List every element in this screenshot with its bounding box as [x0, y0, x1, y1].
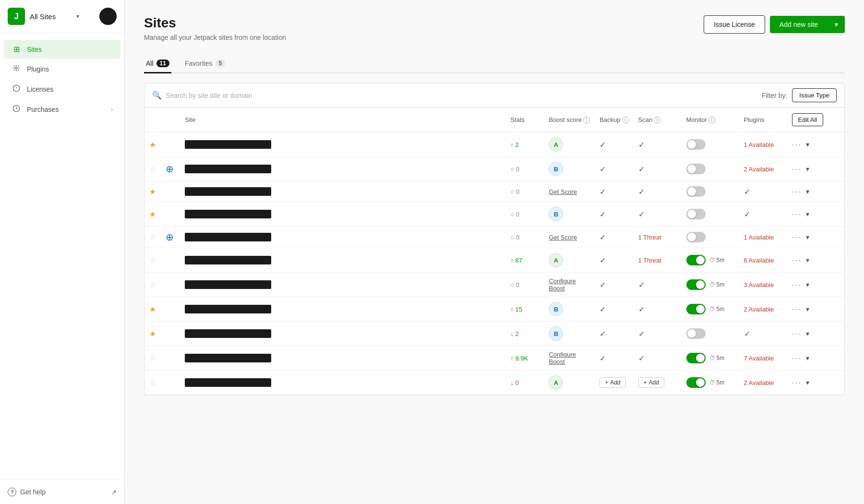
scan-threat-link[interactable]: 1 Threat [638, 234, 661, 241]
plugins-available-link[interactable]: 2 Available [744, 306, 774, 313]
row-menu-button[interactable]: ··· [792, 280, 802, 290]
monitor-toggle[interactable] [686, 139, 706, 150]
row-menu-button[interactable]: ··· [792, 255, 802, 265]
row-menu-button[interactable]: ··· [792, 140, 802, 150]
edit-all-button[interactable]: Edit All [792, 113, 824, 126]
site-name-bar[interactable] [185, 378, 271, 387]
row-menu-button[interactable]: ··· [792, 232, 802, 242]
row-9-backup-cell: ✓ [595, 346, 633, 371]
star-icon[interactable]: ☆ [149, 379, 156, 387]
star-icon[interactable]: ☆ [149, 233, 156, 241]
star-icon[interactable]: ★ [149, 210, 156, 218]
plugins-available-link[interactable]: 2 Available [744, 379, 774, 386]
scan-check-icon: ✓ [638, 354, 645, 362]
row-expand-button[interactable]: ▾ [806, 256, 809, 264]
backup-info-icon[interactable]: i [622, 117, 629, 123]
plugins-available-link[interactable]: 2 Available [744, 166, 774, 173]
boost-info-icon[interactable]: i [583, 117, 590, 123]
site-name-bar[interactable] [185, 354, 271, 362]
star-icon[interactable]: ★ [149, 188, 156, 196]
star-icon[interactable]: ★ [149, 141, 156, 149]
monitor-toggle[interactable] [686, 328, 706, 339]
tab-favorites[interactable]: Favorites 5 [183, 55, 227, 73]
monitor-toggle[interactable] [686, 209, 706, 219]
row-expand-button[interactable]: ▾ [806, 188, 809, 195]
plugins-available-link[interactable]: 7 Available [744, 355, 774, 362]
sidebar-item-plugins[interactable]: Plugins [4, 60, 120, 79]
boost-badge: B [549, 207, 563, 221]
plugins-available-link[interactable]: 3 Available [744, 281, 774, 288]
row-menu-button[interactable]: ··· [792, 209, 802, 219]
sidebar-item-sites[interactable]: ⊞ Sites [4, 40, 120, 59]
star-icon[interactable]: ☆ [149, 165, 156, 173]
site-name-bar[interactable] [185, 187, 271, 196]
row-menu-button[interactable]: ··· [792, 378, 802, 388]
site-name-bar[interactable] [185, 165, 271, 173]
stats-value: ↑ 87 [510, 257, 522, 264]
grid-icon: ⊞ [12, 45, 21, 54]
plugins-available-link[interactable]: 1 Available [744, 141, 774, 148]
monitor-toggle[interactable] [686, 377, 706, 388]
row-expand-button[interactable]: ▾ [806, 165, 809, 173]
monitor-toggle[interactable] [686, 353, 706, 363]
star-icon[interactable]: ☆ [149, 256, 156, 264]
row-expand-button[interactable]: ▾ [806, 233, 809, 241]
star-icon[interactable]: ☆ [149, 281, 156, 289]
add-new-site-button[interactable]: Add new site ▾ [770, 16, 845, 33]
sidebar-item-purchases[interactable]: Purchases › [4, 100, 120, 119]
issue-license-button[interactable]: Issue License [704, 15, 765, 34]
row-9-stats-cell: ↑ 9.9K [505, 346, 544, 371]
site-name-bar[interactable] [185, 329, 271, 338]
boost-link[interactable]: Configure Boost [549, 351, 576, 365]
row-expand-button[interactable]: ▾ [806, 330, 809, 337]
plugins-available-link[interactable]: 6 Available [744, 257, 774, 264]
scan-info-icon[interactable]: i [654, 117, 660, 123]
row-menu-button[interactable]: ··· [792, 304, 802, 314]
row-4-scan-cell: 1 Threat [634, 227, 682, 248]
row-menu-button[interactable]: ··· [792, 329, 802, 339]
star-icon[interactable]: ☆ [149, 354, 156, 362]
star-icon[interactable]: ★ [149, 330, 156, 338]
row-expand-button[interactable]: ▾ [806, 354, 809, 362]
site-name-bar[interactable] [185, 140, 271, 149]
row-expand-button[interactable]: ▾ [806, 210, 809, 218]
add-scan-button[interactable]: + Add [638, 377, 664, 388]
help-link[interactable]: ? Get help ↗ [0, 480, 124, 504]
row-menu-button[interactable]: ··· [792, 353, 802, 363]
site-name-bar[interactable] [185, 233, 271, 241]
scan-threat-link[interactable]: 1 Threat [638, 257, 661, 264]
add-backup-button[interactable]: + Add [600, 377, 625, 388]
user-avatar[interactable] [99, 8, 117, 25]
filter-issue-type-button[interactable]: Issue Type [792, 88, 837, 102]
row-expand-button[interactable]: ▾ [806, 379, 809, 386]
star-icon[interactable]: ★ [149, 305, 156, 313]
site-name-bar[interactable] [185, 280, 271, 289]
backup-check-icon: ✓ [600, 305, 606, 313]
site-name-bar[interactable] [185, 256, 271, 264]
row-menu-button[interactable]: ··· [792, 164, 802, 174]
monitor-toggle[interactable] [686, 164, 706, 174]
boost-link[interactable]: Get Score [549, 188, 577, 195]
boost-link[interactable]: Get Score [549, 234, 577, 241]
row-menu-button[interactable]: ··· [792, 187, 802, 197]
monitor-toggle[interactable] [686, 255, 706, 265]
sidebar-item-licenses[interactable]: Licenses [4, 80, 120, 99]
monitor-info-icon[interactable]: i [708, 117, 715, 123]
tab-all[interactable]: All 11 [144, 55, 171, 73]
th-monitor: Monitor i [682, 108, 739, 132]
row-expand-button[interactable]: ▾ [806, 305, 809, 313]
row-3-actions-cell: ··· ▾ [787, 202, 845, 227]
row-expand-button[interactable]: ▾ [806, 281, 809, 288]
monitor-toggle[interactable] [686, 304, 706, 314]
monitor-toggle[interactable] [686, 186, 706, 197]
plugins-available-link[interactable]: 1 Available [744, 234, 774, 241]
site-name-bar[interactable] [185, 210, 271, 218]
boost-link[interactable]: Configure Boost [549, 277, 576, 292]
row-expand-button[interactable]: ▾ [806, 141, 809, 148]
site-selector-label[interactable]: All Sites [30, 12, 56, 21]
site-selector-chevron[interactable]: ▾ [76, 13, 79, 20]
monitor-toggle[interactable] [686, 279, 706, 290]
site-name-bar[interactable] [185, 305, 271, 313]
monitor-toggle[interactable] [686, 232, 706, 242]
add-site-chevron-icon[interactable]: ▾ [828, 16, 845, 33]
